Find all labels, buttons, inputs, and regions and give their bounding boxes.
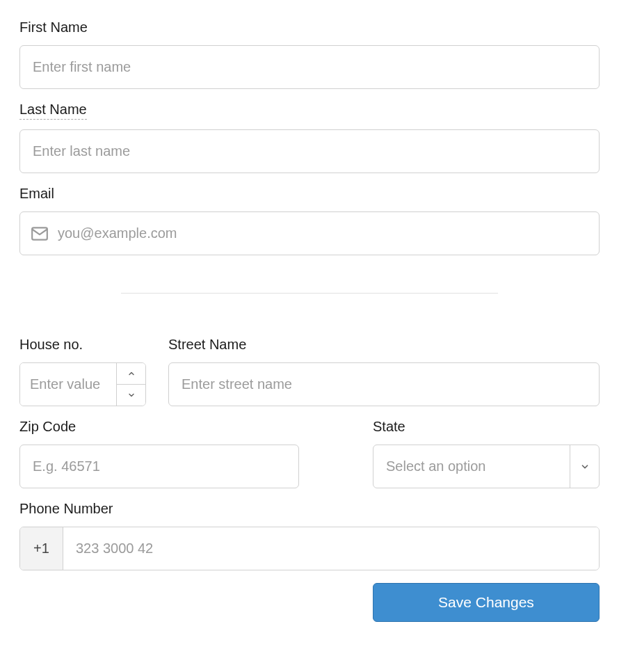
- last-name-input[interactable]: [19, 129, 600, 173]
- email-label: Email: [19, 186, 54, 202]
- house-no-increment[interactable]: [117, 363, 145, 385]
- house-no-label: House no.: [19, 337, 83, 353]
- street-name-label: Street Name: [168, 337, 246, 353]
- phone-number-input[interactable]: [63, 527, 599, 570]
- state-label: State: [373, 419, 405, 435]
- phone-number-label: Phone Number: [19, 501, 113, 517]
- last-name-label: Last Name: [19, 102, 87, 120]
- save-changes-button[interactable]: Save Changes: [373, 583, 600, 622]
- chevron-up-icon: [127, 369, 136, 378]
- zip-code-label: Zip Code: [19, 419, 76, 435]
- chevron-down-icon: [580, 462, 590, 472]
- state-select-caret[interactable]: [570, 445, 599, 488]
- house-no-stepper[interactable]: [19, 362, 146, 406]
- state-select-placeholder: Select an option: [373, 445, 570, 488]
- street-name-input[interactable]: [168, 362, 600, 406]
- zip-code-input[interactable]: [19, 445, 299, 488]
- chevron-down-icon: [127, 391, 136, 399]
- first-name-label: First Name: [19, 19, 88, 35]
- section-divider: [121, 293, 498, 294]
- email-input[interactable]: [19, 211, 600, 255]
- phone-prefix: +1: [20, 527, 63, 570]
- first-name-input[interactable]: [19, 45, 600, 89]
- state-select[interactable]: Select an option: [373, 445, 600, 488]
- house-no-input[interactable]: [20, 363, 116, 406]
- house-no-decrement[interactable]: [117, 385, 145, 406]
